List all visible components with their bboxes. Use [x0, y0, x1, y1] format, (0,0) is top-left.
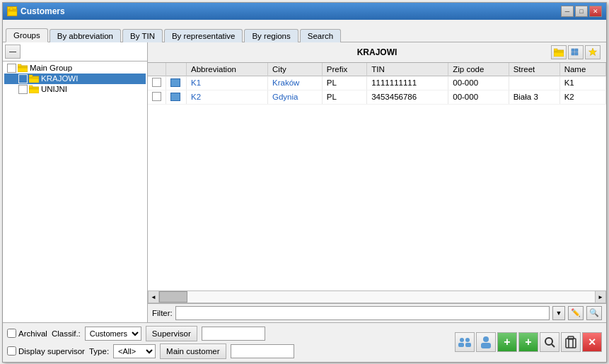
tree-item-main-group[interactable]: Main Group	[4, 63, 146, 74]
tab-by-representative[interactable]: By representative	[164, 29, 243, 42]
svg-point-23	[483, 336, 489, 342]
row-name: K1	[559, 76, 605, 90]
close-button[interactable]: ✕	[589, 6, 602, 17]
delete-button[interactable]	[561, 332, 581, 352]
add-green-button[interactable]: +	[497, 332, 517, 352]
right-panel: KRAJOWI	[148, 42, 606, 322]
row-zip-code: 00-000	[448, 76, 509, 90]
tree-checkbox-krajowi[interactable]	[18, 74, 28, 83]
main-window: Customers ─ □ ✕ Groups By abbreviation B…	[2, 2, 607, 363]
tab-groups[interactable]: Groups	[6, 28, 48, 42]
tree-checkbox-unijni[interactable]	[18, 85, 28, 94]
main-customer-button[interactable]: Main customer	[160, 344, 226, 359]
supervisor-field[interactable]	[202, 327, 265, 341]
svg-rect-11	[29, 86, 33, 88]
supervisor-button[interactable]: Supervisor	[146, 326, 197, 341]
col-icon[interactable]	[166, 63, 187, 76]
filter-clear-button[interactable]: 🔍	[586, 306, 602, 320]
row-tin: 3453456786	[367, 90, 448, 104]
tree-item-unijni[interactable]: UNIJNI	[4, 84, 146, 95]
row-checkbox-cell[interactable]	[148, 90, 166, 104]
close-x-button[interactable]: ✕	[582, 332, 602, 352]
collapse-button[interactable]: —	[5, 45, 21, 59]
svg-rect-30	[568, 336, 574, 339]
left-panel-toolbar: —	[3, 42, 147, 61]
col-city[interactable]: City	[268, 63, 323, 76]
search-button[interactable]	[540, 332, 559, 352]
col-street[interactable]: Street	[509, 63, 559, 76]
svg-point-25	[545, 338, 552, 345]
svg-rect-15	[572, 49, 574, 52]
row-street	[509, 76, 559, 90]
archival-checkbox-label[interactable]: Archival	[7, 329, 47, 338]
display-supervisor-checkbox[interactable]	[7, 346, 16, 356]
filter-edit-button[interactable]: ✏️	[568, 306, 584, 320]
hscroll-thumb[interactable]	[159, 291, 187, 303]
filter-input[interactable]	[175, 306, 550, 320]
horizontal-scrollbar[interactable]: ◄ ►	[148, 290, 606, 303]
svg-rect-22	[465, 343, 471, 347]
folder-view-icon	[554, 48, 564, 57]
single-user-button[interactable]	[476, 332, 496, 352]
minimize-button[interactable]: ─	[561, 6, 574, 17]
tab-by-regions[interactable]: By regions	[244, 29, 298, 42]
tab-search[interactable]: Search	[300, 29, 341, 42]
row-street: Biała 3	[509, 90, 559, 104]
svg-rect-24	[481, 343, 491, 348]
bottom-row1: Archival Classif.: Customers Supervisor	[7, 326, 451, 341]
classif-label: Classif.:	[52, 329, 81, 338]
display-supervisor-checkbox-label[interactable]: Display supervisor	[7, 346, 85, 356]
customer-table: Abbreviation City Prefix TIN Zip code St…	[148, 63, 606, 105]
svg-rect-16	[575, 49, 578, 52]
svg-point-20	[465, 338, 470, 342]
tabs-bar: Groups By abbreviation By TIN By represe…	[3, 20, 606, 42]
tab-by-tin[interactable]: By TIN	[122, 29, 163, 42]
hscroll-left-arrow[interactable]: ◄	[148, 290, 159, 303]
folder-icon	[18, 64, 28, 72]
add-green-icon: +	[504, 336, 510, 348]
bottom-row2: Display supervisor Type: <All> Main cust…	[7, 344, 451, 359]
add-button[interactable]: +	[518, 332, 538, 352]
right-header: KRAJOWI	[148, 42, 606, 63]
classif-dropdown[interactable]: Customers	[85, 327, 141, 341]
svg-rect-17	[572, 52, 574, 55]
tree-area[interactable]: Main Group KRAJOWI	[3, 61, 147, 322]
customer-table-container[interactable]: Abbreviation City Prefix TIN Zip code St…	[148, 63, 606, 290]
main-customer-field[interactable]	[231, 344, 294, 358]
tree-checkbox-main-group[interactable]	[7, 64, 16, 73]
customer-icon	[170, 93, 180, 101]
col-name[interactable]: Name	[559, 63, 605, 76]
table-row[interactable]: K2 Gdynia PL 3453456786 00-000 Biała 3 K…	[148, 90, 606, 104]
hscroll-right-arrow[interactable]: ►	[595, 290, 606, 303]
col-checkbox[interactable]	[148, 63, 166, 76]
view-star-button[interactable]	[585, 45, 601, 59]
svg-line-26	[552, 344, 555, 347]
tab-by-abbreviation[interactable]: By abbreviation	[50, 29, 121, 42]
folder-closed-icon	[29, 85, 39, 93]
row-tin: 1111111111	[367, 76, 448, 90]
hscroll-track[interactable]	[159, 290, 595, 303]
row-checkbox-cell[interactable]	[148, 76, 166, 90]
svg-rect-21	[458, 343, 464, 347]
search-icon	[544, 336, 555, 348]
view-grid-button[interactable]	[568, 45, 584, 59]
archival-checkbox[interactable]	[7, 329, 16, 338]
type-dropdown[interactable]: <All>	[113, 344, 156, 358]
col-abbreviation[interactable]: Abbreviation	[187, 63, 268, 76]
table-row[interactable]: K1 Kraków PL 1111111111 00-000 K1	[148, 76, 606, 90]
tree-label-main-group: Main Group	[30, 64, 72, 72]
tree-item-krajowi[interactable]: KRAJOWI	[4, 74, 146, 84]
col-tin[interactable]: TIN	[367, 63, 448, 76]
view-folder-button[interactable]	[551, 45, 567, 59]
maximize-button[interactable]: □	[575, 6, 588, 17]
row-checkbox[interactable]	[152, 78, 161, 87]
svg-rect-8	[29, 75, 33, 77]
col-zip-code[interactable]: Zip code	[448, 63, 509, 76]
row-checkbox[interactable]	[152, 92, 161, 101]
row-icon-cell	[166, 76, 187, 90]
col-prefix[interactable]: Prefix	[322, 63, 366, 76]
filter-dropdown-button[interactable]: ▼	[552, 306, 565, 320]
row-city: Kraków	[268, 76, 323, 90]
group-users-icon	[458, 336, 472, 348]
group-users-button[interactable]	[455, 332, 475, 352]
